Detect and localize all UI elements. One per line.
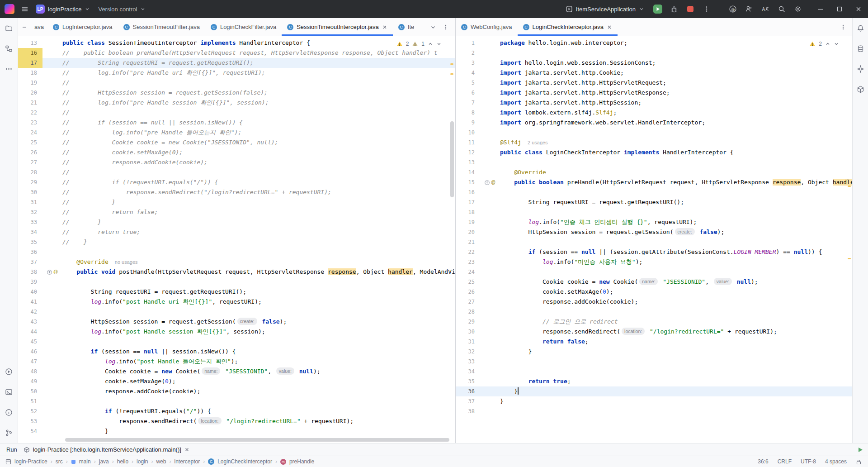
line-number[interactable]: 53 bbox=[18, 416, 42, 426]
notifications-button[interactable] bbox=[854, 22, 866, 34]
line-number[interactable]: 25 bbox=[456, 277, 480, 287]
breadcrumb-item[interactable]: src bbox=[56, 458, 63, 465]
line-number[interactable]: 23 bbox=[456, 257, 480, 267]
line-number[interactable]: 29 bbox=[456, 317, 480, 327]
line-number[interactable]: 27 bbox=[456, 297, 480, 307]
commit-tool-button[interactable] bbox=[3, 43, 15, 54]
file-encoding[interactable]: UTF-8 bbox=[801, 458, 816, 465]
code-line[interactable]: 44 log.info("post Handle session 확인[{}]"… bbox=[18, 327, 455, 337]
line-number[interactable]: 17 bbox=[456, 197, 480, 207]
line-number[interactable]: 28 bbox=[456, 307, 480, 317]
code-line[interactable]: 17// String requestURI = request.getRequ… bbox=[18, 58, 455, 68]
line-number[interactable]: 34 bbox=[456, 367, 480, 376]
debug-button[interactable] bbox=[667, 2, 681, 16]
code-line[interactable]: 34 bbox=[456, 367, 852, 376]
line-number[interactable]: 51 bbox=[18, 396, 42, 406]
code-line[interactable]: 38 bbox=[456, 406, 852, 416]
line-number[interactable]: 22 bbox=[456, 247, 480, 257]
line-number[interactable]: 35 bbox=[18, 237, 42, 247]
prev-problem-icon[interactable] bbox=[428, 41, 433, 47]
line-number[interactable]: 38 bbox=[18, 267, 42, 277]
translate-button[interactable]: A bbox=[759, 2, 772, 16]
line-number[interactable]: 27 bbox=[18, 157, 42, 167]
line-number[interactable]: 2 bbox=[456, 48, 480, 58]
code-line[interactable]: 33// } bbox=[18, 217, 455, 227]
line-number[interactable]: 47 bbox=[18, 357, 42, 367]
code-line[interactable]: 37} bbox=[456, 396, 852, 406]
warning-stripe-mark[interactable] bbox=[848, 258, 851, 259]
line-number[interactable]: 39 bbox=[18, 277, 42, 287]
line-number[interactable]: 8 bbox=[456, 108, 480, 118]
code-line[interactable]: 13 bbox=[456, 157, 852, 167]
code-line[interactable]: 5import jakarta.servlet.http.HttpServlet… bbox=[456, 78, 852, 88]
editor-options-button[interactable] bbox=[837, 21, 849, 33]
run-status-icon[interactable] bbox=[857, 447, 863, 453]
code-line[interactable]: 30 response.sendRedirect(location: "/log… bbox=[456, 327, 852, 337]
code-line[interactable]: 32 } bbox=[456, 347, 852, 357]
code-line[interactable]: 33 bbox=[456, 357, 852, 367]
line-number[interactable]: 54 bbox=[18, 426, 42, 436]
project-tool-button[interactable] bbox=[3, 22, 15, 34]
run-button[interactable] bbox=[651, 2, 665, 16]
code-line[interactable]: 43 HttpSession session = request.getSess… bbox=[18, 317, 455, 327]
horizontal-scrollbar[interactable] bbox=[65, 438, 449, 442]
code-with-me-button[interactable] bbox=[742, 2, 756, 16]
line-number[interactable]: 21 bbox=[18, 98, 42, 108]
line-number[interactable]: 44 bbox=[18, 327, 42, 337]
line-number[interactable]: 52 bbox=[18, 406, 42, 416]
run-tool-button[interactable] bbox=[3, 366, 15, 377]
line-number[interactable]: 6 bbox=[456, 88, 480, 98]
run-config-selector[interactable]: ItemServiceApplication bbox=[561, 2, 648, 16]
line-number[interactable]: 23 bbox=[18, 118, 42, 128]
line-number[interactable]: 19 bbox=[456, 217, 480, 227]
code-line[interactable]: 23 log.info("미인증 사용자 요청"); bbox=[456, 257, 852, 267]
line-number[interactable]: 33 bbox=[18, 217, 42, 227]
caret-position[interactable]: 36:6 bbox=[758, 458, 768, 465]
code-line[interactable]: 27// response.addCookie(cookie); bbox=[18, 157, 455, 167]
code-line[interactable]: 29 // 로그인 으로 redirect bbox=[456, 317, 852, 327]
code-line[interactable]: 24// log.info("pre Handle 들어오는지 확인"); bbox=[18, 128, 455, 138]
tab-logincheckfilter[interactable]: C LoginCheckFilter.java bbox=[205, 18, 282, 36]
code-line[interactable]: 32// return false; bbox=[18, 207, 455, 217]
line-number[interactable]: 16 bbox=[456, 187, 480, 197]
code-line[interactable]: 28 bbox=[456, 307, 852, 317]
code-line[interactable]: 35 return true; bbox=[456, 376, 852, 386]
line-number[interactable]: 49 bbox=[18, 376, 42, 386]
editor-options-button[interactable] bbox=[439, 21, 452, 33]
line-number[interactable]: 32 bbox=[18, 207, 42, 217]
tab-overflow-left[interactable]: ava bbox=[31, 18, 47, 36]
line-number[interactable]: 1 bbox=[456, 38, 480, 48]
inspections-widget[interactable]: 2 bbox=[806, 40, 842, 48]
line-number[interactable]: 18 bbox=[18, 68, 42, 78]
code-line[interactable]: 16// public boolean preHandle(HttpServle… bbox=[18, 48, 455, 58]
line-number[interactable]: 36 bbox=[456, 386, 480, 396]
tab-sessiontimeoutfilter[interactable]: C SessionTimeoutFilter.java bbox=[118, 18, 205, 36]
overrides-gutter-icon[interactable] bbox=[485, 180, 490, 185]
code-line[interactable]: 21// log.info("pre Handle session 확인[{}]… bbox=[18, 98, 455, 108]
tab-close-button[interactable] bbox=[382, 24, 387, 30]
line-number[interactable]: 35 bbox=[456, 376, 480, 386]
minimize-button[interactable] bbox=[811, 0, 830, 18]
code-line[interactable]: 39 bbox=[18, 277, 455, 287]
code-line[interactable]: 51 bbox=[18, 396, 455, 406]
line-number[interactable]: 36 bbox=[18, 247, 42, 257]
line-number[interactable]: 25 bbox=[18, 138, 42, 148]
run-tab-close-button[interactable] bbox=[184, 447, 189, 452]
terminal-tool-button[interactable] bbox=[3, 386, 15, 398]
project-selector[interactable]: LP loginPractice bbox=[32, 2, 94, 16]
line-number[interactable]: 38 bbox=[456, 406, 480, 416]
line-number[interactable]: 10 bbox=[456, 128, 480, 138]
code-line[interactable]: 13public class SessionTimeoutInterceptor… bbox=[18, 38, 455, 48]
code-line[interactable]: 31// } bbox=[18, 197, 455, 207]
code-line[interactable]: 18 bbox=[456, 207, 852, 217]
code-line[interactable]: 27 response.addCookie(cookie); bbox=[456, 297, 852, 307]
warning-stripe-mark[interactable] bbox=[450, 63, 453, 65]
line-number[interactable]: 43 bbox=[18, 317, 42, 327]
tool-window-title[interactable]: Run bbox=[6, 446, 17, 453]
line-number[interactable]: 24 bbox=[18, 128, 42, 138]
tab-webconfig[interactable]: C WebConfig.java bbox=[456, 18, 518, 36]
line-number[interactable]: 24 bbox=[456, 267, 480, 277]
breadcrumb-item[interactable]: web bbox=[156, 458, 166, 465]
line-number[interactable]: 32 bbox=[456, 347, 480, 357]
ide-logo-icon[interactable] bbox=[5, 4, 14, 14]
